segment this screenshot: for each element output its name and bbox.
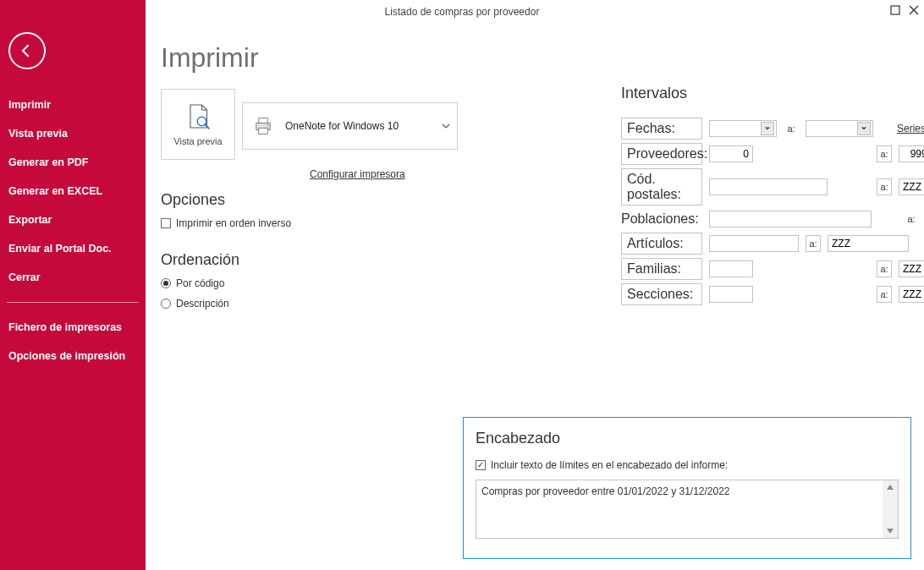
document-preview-icon — [183, 102, 213, 133]
printer-select[interactable]: OneNote for Windows 10 — [242, 102, 458, 150]
configurar-impresora-link[interactable]: Configurar impresora — [310, 168, 405, 180]
encabezado-heading: Encabezado — [476, 430, 899, 447]
a-label: a: — [784, 120, 799, 137]
sidebar-item-label: Exportar — [8, 214, 52, 226]
intervalos-panel: Intervalos Fechas: a: Series a imprimir:… — [621, 85, 924, 309]
articulos-from-input[interactable] — [709, 235, 799, 252]
svg-rect-0 — [891, 6, 899, 14]
sidebar-item-label: Vista previa — [8, 128, 68, 140]
a-label: a: — [877, 260, 892, 277]
sidebar-item-imprimir[interactable]: Imprimir — [0, 90, 146, 119]
sidebar-item-generar-excel[interactable]: Generar en EXCEL — [0, 177, 146, 206]
vista-previa-button[interactable]: Vista previa — [161, 89, 235, 160]
printer-name: OneNote for Windows 10 — [285, 120, 399, 132]
back-button[interactable] — [8, 32, 46, 69]
sidebar-item-label: Enviar al Portal Doc. — [8, 243, 112, 255]
radio-label: Descripción — [176, 298, 229, 310]
sidebar-item-opciones-impresion[interactable]: Opciones de impresión — [0, 342, 146, 370]
proveedores-from-input[interactable] — [709, 145, 753, 162]
sidebar-item-label: Generar en PDF — [8, 156, 88, 168]
svg-point-5 — [267, 124, 268, 126]
codpostales-to-input[interactable] — [899, 178, 924, 195]
sidebar-item-label: Imprimir — [8, 99, 51, 111]
proveedores-to-input[interactable] — [899, 145, 924, 162]
encabezado-textarea[interactable] — [476, 480, 883, 538]
sidebar-item-label: Generar en EXCEL — [8, 185, 102, 197]
page-title: Imprimir — [161, 42, 465, 74]
a-label: a: — [877, 145, 892, 162]
window-title: Listado de compras por proveedor — [385, 6, 540, 18]
sidebar-item-fichero-impresoras[interactable]: Fichero de impresoras — [0, 313, 146, 342]
codpostales-label: Cód. postales: — [621, 168, 702, 206]
a-label: a: — [806, 235, 821, 252]
ordenacion-heading: Ordenación — [161, 251, 465, 269]
secciones-label: Secciones: — [621, 283, 702, 305]
vista-previa-label: Vista previa — [173, 136, 222, 146]
include-limits-label: Incluir texto de límites en el encabezad… — [491, 459, 728, 471]
sidebar-item-vista-previa[interactable]: Vista previa — [0, 119, 146, 148]
radio-icon — [161, 278, 171, 288]
fechas-label: Fechas: — [621, 118, 702, 140]
sidebar-item-label: Fichero de impresoras — [8, 321, 122, 333]
printer-icon — [251, 114, 275, 138]
fechas-from-combo[interactable] — [709, 120, 777, 137]
reverse-order-checkbox[interactable] — [161, 218, 171, 228]
a-label: a: — [904, 211, 919, 227]
sidebar-separator — [7, 302, 139, 303]
series-imprimir-link[interactable]: Series a imprimir: — [897, 123, 924, 134]
articulos-to-input[interactable] — [828, 235, 909, 252]
secciones-from-input[interactable] — [709, 286, 753, 303]
svg-rect-3 — [259, 118, 268, 123]
radio-icon — [161, 299, 171, 309]
encabezado-panel: Encabezado Incluir texto de límites en e… — [463, 417, 911, 559]
codpostales-from-input[interactable] — [709, 178, 828, 195]
sidebar-item-generar-pdf[interactable]: Generar en PDF — [0, 148, 146, 177]
sidebar-item-exportar[interactable]: Exportar — [0, 206, 146, 234]
familias-label: Familias: — [621, 258, 702, 280]
chevron-down-icon — [857, 122, 871, 135]
articulos-label: Artículos: — [621, 233, 702, 255]
opciones-heading: Opciones — [161, 191, 465, 209]
svg-rect-4 — [259, 128, 268, 134]
a-label: a: — [877, 286, 892, 303]
a-label: a: — [877, 178, 892, 195]
include-limits-checkbox[interactable] — [476, 460, 486, 470]
chevron-down-icon — [442, 118, 450, 134]
maximize-icon[interactable] — [888, 3, 902, 17]
proveedores-label: Proveedores: — [621, 143, 702, 165]
familias-to-input[interactable] — [899, 260, 924, 277]
radio-label: Por código — [176, 277, 224, 289]
close-icon[interactable] — [907, 3, 921, 17]
scrollbar[interactable] — [883, 480, 898, 538]
scroll-up-icon[interactable] — [883, 480, 897, 494]
scroll-down-icon[interactable] — [883, 524, 897, 538]
radio-descripcion[interactable]: Descripción — [161, 298, 465, 310]
secciones-to-input[interactable] — [899, 286, 924, 303]
fechas-to-combo[interactable] — [806, 120, 873, 137]
reverse-order-label: Imprimir en orden inverso — [176, 217, 291, 229]
intervalos-heading: Intervalos — [621, 85, 924, 102]
sidebar-item-enviar-portal[interactable]: Enviar al Portal Doc. — [0, 234, 146, 263]
sidebar: Imprimir Vista previa Generar en PDF Gen… — [0, 0, 146, 570]
radio-por-codigo[interactable]: Por código — [161, 277, 465, 289]
familias-from-input[interactable] — [709, 260, 753, 277]
chevron-down-icon — [761, 122, 774, 135]
poblaciones-from-input[interactable] — [709, 211, 872, 227]
sidebar-item-label: Cerrar — [8, 271, 41, 283]
sidebar-item-cerrar[interactable]: Cerrar — [0, 263, 146, 292]
sidebar-item-label: Opciones de impresión — [8, 350, 125, 362]
poblaciones-label: Poblaciones: — [621, 209, 702, 229]
